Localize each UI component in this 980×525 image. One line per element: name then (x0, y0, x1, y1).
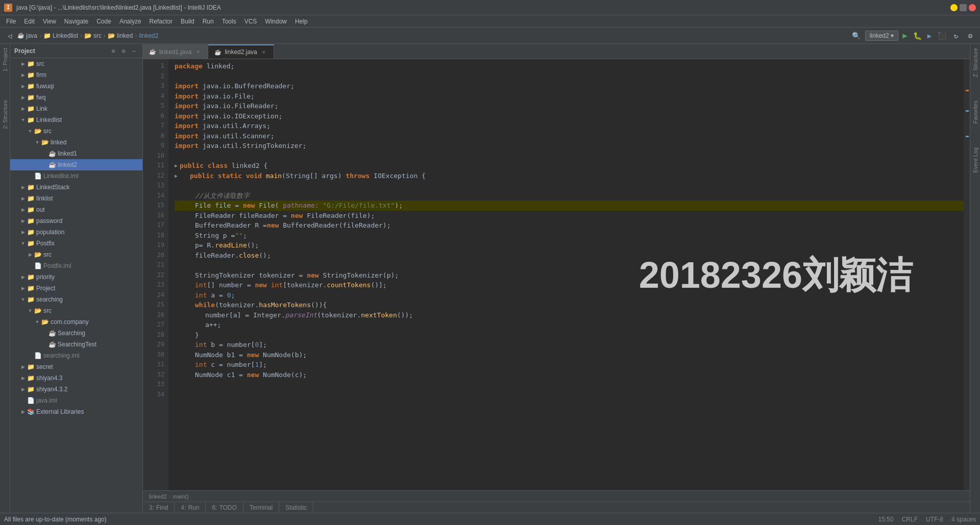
bottom-tab-run[interactable]: 4: Run (175, 502, 206, 513)
tree-item-firm[interactable]: ▶ 📁 firm (10, 69, 142, 81)
tree-item-shiyan4-3[interactable]: ▶ 📁 shiyan4.3 (10, 372, 142, 384)
code-line-5: import java.io.FileReader; (175, 101, 964, 111)
code-line-1: package linked; (175, 61, 964, 71)
chevron-right-icon: ▶ (27, 251, 34, 258)
tree-item-searching-class[interactable]: ☕ Searching (10, 328, 142, 339)
menu-tools[interactable]: Tools (218, 17, 240, 26)
panel-collapse-btn[interactable]: − (129, 46, 138, 56)
menu-run[interactable]: Run (199, 17, 218, 26)
tree-item-priority[interactable]: ▶ 📁 priority (10, 271, 142, 283)
menu-vcs[interactable]: VCS (240, 17, 261, 26)
tab-linked2-close[interactable]: × (260, 48, 267, 56)
tree-item-linked1[interactable]: ☕ linked1 (10, 148, 142, 159)
menu-file[interactable]: File (2, 17, 20, 26)
tab-linked1-close[interactable]: × (194, 48, 202, 56)
tree-item-searchingtest[interactable]: ☕ SearchingTest (10, 339, 142, 350)
tree-item-postfix[interactable]: ▼ 📁 Postfix (10, 238, 142, 249)
postfix-src-icon: 📂 (34, 251, 42, 259)
tree-item-postfix-src[interactable]: ▶ 📂 src (10, 249, 142, 260)
tree-item-shiyan4-3-2[interactable]: ▶ 📁 shiyan4.3.2 (10, 384, 142, 395)
encoding[interactable]: UTF-8 (926, 516, 943, 523)
breadcrumb-src[interactable]: 📂 src (84, 32, 102, 39)
project-side-tab[interactable]: 1: Project (1, 44, 9, 76)
tree-item-population[interactable]: ▶ 📁 population (10, 227, 142, 238)
maximize-button[interactable] (960, 4, 967, 11)
back-button[interactable]: ◁ (4, 30, 15, 41)
run-config-selector[interactable]: linked2 ▾ (865, 31, 898, 41)
tree-item-postfix-iml[interactable]: 📄 Postfix.iml (10, 260, 142, 271)
menu-build[interactable]: Build (177, 17, 199, 26)
tree-item-linkedlist[interactable]: ▼ 📁 Linkedlist (10, 114, 142, 126)
menu-window[interactable]: Window (261, 17, 291, 26)
tree-item-linkedlist-iml[interactable]: 📄 Linkedlist.iml (10, 170, 142, 182)
tree-item-ext-libraries[interactable]: ▶ 📚 External Libraries (10, 406, 142, 417)
tree-item-src[interactable]: ▶ 📁 src (10, 58, 142, 69)
close-button[interactable] (969, 4, 976, 11)
debug-button[interactable]: 🐛 (912, 30, 923, 41)
bottom-tab-statistic[interactable]: Statistic (279, 502, 313, 513)
tree-item-fwq[interactable]: ▶ 📁 fwq (10, 92, 142, 103)
tree-item-out[interactable]: ▶ 📁 out (10, 204, 142, 215)
menu-view[interactable]: View (39, 17, 60, 26)
tree-item-linkedstack[interactable]: ▶ 📁 LinkedStack (10, 182, 142, 193)
tree-item-searching-iml[interactable]: 📄 searching.iml (10, 350, 142, 361)
menu-refactor[interactable]: Refactor (145, 17, 177, 26)
run-tab-label: Run (188, 504, 199, 511)
code-line-29: int b = number[0]; (175, 340, 964, 350)
bottom-tab-terminal[interactable]: Terminal (243, 502, 279, 513)
coverage-button[interactable]: ▶ (924, 30, 935, 41)
favorites-tab[interactable]: Favorites (971, 96, 979, 128)
tree-item-link[interactable]: ▶ 📁 Link (10, 103, 142, 114)
tree-item-fuwuqi[interactable]: ▶ 📁 fuwuqi (10, 81, 142, 92)
z-structure-tab[interactable]: Z: Structure (971, 44, 979, 81)
stop-button[interactable]: ⬛ (936, 30, 947, 41)
code-line-3: import java.io.BufferedReader; (175, 81, 964, 91)
tree-item-secret[interactable]: ▶ 📁 secret (10, 361, 142, 372)
breadcrumb-linkedlist[interactable]: 📁 Linkedlist (43, 32, 78, 39)
menu-edit[interactable]: Edit (20, 17, 39, 26)
tree-item-linkedlist-src[interactable]: ▼ 📂 src (10, 126, 142, 137)
menu-analyze[interactable]: Analyze (115, 17, 145, 26)
menu-navigate[interactable]: Navigate (60, 17, 92, 26)
tree-item-java-iml[interactable]: 📄 java.iml (10, 395, 142, 406)
minimize-button[interactable] (950, 4, 958, 11)
breadcrumb-linked[interactable]: 📂 linked (108, 32, 133, 39)
tab-linked1[interactable]: ☕ linked1.java × (143, 44, 208, 59)
chevron-right-icon: ▶ (19, 71, 27, 79)
tree-item-linked-folder[interactable]: ▼ 📂 linked (10, 137, 142, 148)
tree-item-searching[interactable]: ▼ 📁 searching (10, 294, 142, 305)
menu-help[interactable]: Help (291, 17, 312, 26)
panel-refresh-btn[interactable]: ⊕ (109, 46, 118, 56)
tree-item-linked2[interactable]: ☕ linked2 (10, 159, 142, 170)
tab-linked2[interactable]: ☕ linked2.java × (208, 44, 274, 59)
tree-item-com-company[interactable]: ▼ 📂 com.company (10, 316, 142, 328)
event-log-tab[interactable]: Event Log (971, 143, 979, 177)
menu-code[interactable]: Code (92, 17, 115, 26)
indent-setting[interactable]: 4 spaces (951, 516, 976, 523)
java-file-selected-icon: ☕ (48, 161, 56, 169)
tree-item-password[interactable]: ▶ 📁 password (10, 215, 142, 227)
tree-item-searching-src[interactable]: ▼ 📂 src (10, 305, 142, 316)
breadcrumb-java[interactable]: ☕ java (17, 32, 37, 39)
structure-side-tab[interactable]: 2: Structure (1, 96, 9, 133)
breadcrumb-linked2[interactable]: linked2 (139, 32, 158, 39)
settings-button[interactable]: ⚙ (965, 30, 976, 41)
code-line-4: import java.io.File; (175, 91, 964, 102)
statistic-tab-label: Statistic (285, 504, 307, 511)
chevron-right-icon: ▶ (19, 386, 27, 393)
run-button[interactable]: ▶ (899, 30, 911, 41)
update-button[interactable]: ↻ (950, 30, 962, 41)
search-everywhere-button[interactable]: 🔍 (851, 30, 862, 41)
panel-gear-btn[interactable]: ⚙ (119, 46, 128, 56)
line-ending[interactable]: CRLF (902, 516, 918, 523)
bottom-tab-todo[interactable]: 6: TODO (206, 502, 243, 513)
tree-item-project-folder[interactable]: ▶ 📁 Project (10, 283, 142, 294)
chevron-down-icon: ▼ (19, 296, 27, 303)
bottom-tab-find[interactable]: 3: Find (143, 502, 175, 513)
panel-header: Project ⊕ ⚙ − (10, 44, 142, 58)
code-line-9: import java.util.StringTokenizer; (175, 141, 964, 151)
toolbar-right: 🔍 linked2 ▾ ▶ 🐛 ▶ ⬛ ↻ ⚙ (851, 30, 976, 41)
tree-item-linklist[interactable]: ▶ 📁 linklist (10, 193, 142, 204)
code-editor[interactable]: 20182326刘颖洁 package linked; import java.… (168, 59, 964, 490)
cursor-position[interactable]: 15:50 (878, 516, 894, 523)
